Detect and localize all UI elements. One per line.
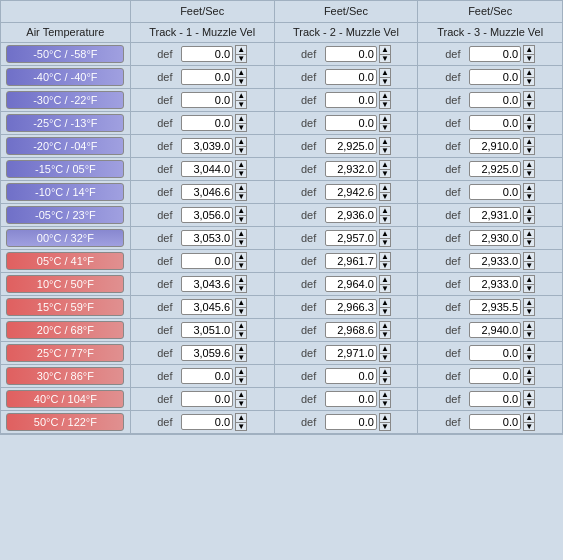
spin-down-button[interactable]: ▼ [379,123,391,132]
spin-up-button[interactable]: ▲ [235,252,247,261]
spin-up-button[interactable]: ▲ [379,183,391,192]
spin-up-button[interactable]: ▲ [379,45,391,54]
spin-down-button[interactable]: ▼ [235,123,247,132]
track1-value-input[interactable] [181,207,233,223]
temp-button[interactable]: 10°C / 50°F [6,275,124,293]
spin-up-button[interactable]: ▲ [379,413,391,422]
spin-down-button[interactable]: ▼ [523,77,535,86]
track2-value-input[interactable] [325,276,377,292]
spin-up-button[interactable]: ▲ [523,68,535,77]
spin-up-button[interactable]: ▲ [379,91,391,100]
spin-down-button[interactable]: ▼ [523,284,535,293]
spin-down-button[interactable]: ▼ [523,353,535,362]
track1-value-input[interactable] [181,276,233,292]
spin-up-button[interactable]: ▲ [523,275,535,284]
spin-down-button[interactable]: ▼ [523,238,535,247]
spin-down-button[interactable]: ▼ [235,261,247,270]
spin-up-button[interactable]: ▲ [235,390,247,399]
track1-value-input[interactable] [181,391,233,407]
spin-down-button[interactable]: ▼ [379,100,391,109]
track1-value-input[interactable] [181,299,233,315]
spin-down-button[interactable]: ▼ [379,284,391,293]
track2-value-input[interactable] [325,345,377,361]
spin-down-button[interactable]: ▼ [235,192,247,201]
track1-value-input[interactable] [181,161,233,177]
track2-value-input[interactable] [325,92,377,108]
spin-up-button[interactable]: ▲ [523,298,535,307]
spin-down-button[interactable]: ▼ [523,422,535,431]
track3-value-input[interactable] [469,391,521,407]
track3-value-input[interactable] [469,230,521,246]
track2-value-input[interactable] [325,69,377,85]
spin-down-button[interactable]: ▼ [379,353,391,362]
spin-up-button[interactable]: ▲ [235,206,247,215]
temp-button[interactable]: 25°C / 77°F [6,344,124,362]
track2-value-input[interactable] [325,299,377,315]
spin-down-button[interactable]: ▼ [379,307,391,316]
track2-value-input[interactable] [325,322,377,338]
spin-up-button[interactable]: ▲ [523,206,535,215]
spin-down-button[interactable]: ▼ [379,376,391,385]
track3-value-input[interactable] [469,414,521,430]
track1-value-input[interactable] [181,253,233,269]
track2-value-input[interactable] [325,138,377,154]
spin-up-button[interactable]: ▲ [379,252,391,261]
temp-button[interactable]: -40°C / -40°F [6,68,124,86]
spin-up-button[interactable]: ▲ [379,68,391,77]
track3-value-input[interactable] [469,138,521,154]
spin-up-button[interactable]: ▲ [523,229,535,238]
spin-up-button[interactable]: ▲ [523,390,535,399]
spin-down-button[interactable]: ▼ [523,146,535,155]
track3-value-input[interactable] [469,184,521,200]
spin-down-button[interactable]: ▼ [379,261,391,270]
spin-down-button[interactable]: ▼ [235,307,247,316]
spin-up-button[interactable]: ▲ [379,114,391,123]
spin-up-button[interactable]: ▲ [235,45,247,54]
spin-down-button[interactable]: ▼ [523,169,535,178]
spin-down-button[interactable]: ▼ [523,261,535,270]
track3-value-input[interactable] [469,92,521,108]
spin-down-button[interactable]: ▼ [235,54,247,63]
track3-value-input[interactable] [469,115,521,131]
spin-up-button[interactable]: ▲ [523,91,535,100]
track1-value-input[interactable] [181,69,233,85]
spin-down-button[interactable]: ▼ [379,192,391,201]
spin-down-button[interactable]: ▼ [523,192,535,201]
spin-down-button[interactable]: ▼ [379,146,391,155]
spin-down-button[interactable]: ▼ [235,77,247,86]
spin-up-button[interactable]: ▲ [523,114,535,123]
temp-button[interactable]: 30°C / 86°F [6,367,124,385]
spin-down-button[interactable]: ▼ [235,284,247,293]
temp-button[interactable]: -10°C / 14°F [6,183,124,201]
temp-button[interactable]: 15°C / 59°F [6,298,124,316]
spin-down-button[interactable]: ▼ [523,123,535,132]
spin-up-button[interactable]: ▲ [523,413,535,422]
spin-down-button[interactable]: ▼ [523,399,535,408]
track2-value-input[interactable] [325,115,377,131]
spin-up-button[interactable]: ▲ [235,344,247,353]
track2-value-input[interactable] [325,368,377,384]
track1-value-input[interactable] [181,138,233,154]
track1-value-input[interactable] [181,368,233,384]
spin-down-button[interactable]: ▼ [235,422,247,431]
track2-value-input[interactable] [325,230,377,246]
spin-down-button[interactable]: ▼ [379,330,391,339]
track3-value-input[interactable] [469,207,521,223]
spin-up-button[interactable]: ▲ [235,91,247,100]
spin-up-button[interactable]: ▲ [523,45,535,54]
spin-down-button[interactable]: ▼ [235,215,247,224]
track3-value-input[interactable] [469,161,521,177]
temp-button[interactable]: 40°C / 104°F [6,390,124,408]
spin-down-button[interactable]: ▼ [523,376,535,385]
temp-button[interactable]: 50°C / 122°F [6,413,124,431]
temp-button[interactable]: 00°C / 32°F [6,229,124,247]
spin-up-button[interactable]: ▲ [235,298,247,307]
temp-button[interactable]: -50°C / -58°F [6,45,124,63]
track1-value-input[interactable] [181,414,233,430]
spin-down-button[interactable]: ▼ [523,100,535,109]
spin-up-button[interactable]: ▲ [235,114,247,123]
temp-button[interactable]: -30°C / -22°F [6,91,124,109]
track2-value-input[interactable] [325,184,377,200]
spin-up-button[interactable]: ▲ [523,183,535,192]
spin-down-button[interactable]: ▼ [235,100,247,109]
